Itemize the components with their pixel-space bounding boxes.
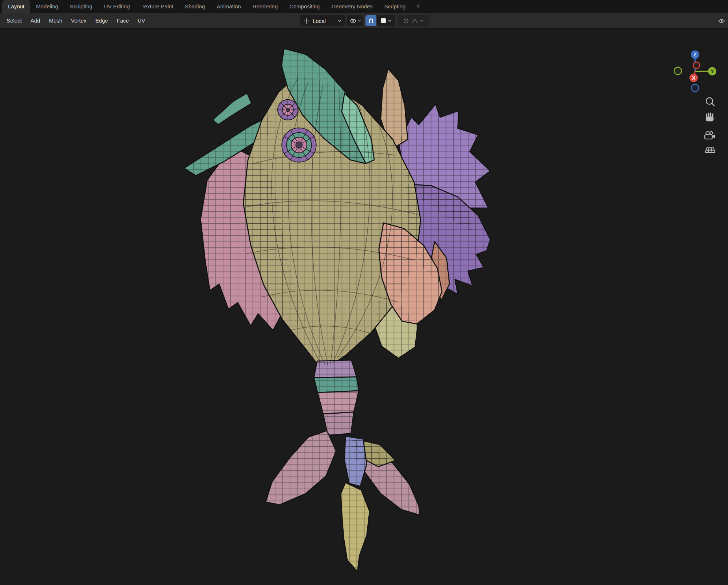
viewport-menus: Select Add Mesh Vertex Edge Face UV [2, 13, 150, 28]
zoom-icon [706, 98, 713, 104]
proportional-editing-controls[interactable] [397, 15, 430, 26]
chevron-down-icon [388, 20, 392, 22]
menu-vertex[interactable]: Vertex [67, 15, 91, 26]
snap-toggle-button[interactable] [365, 15, 376, 26]
toggle-ortho-button[interactable] [705, 148, 715, 152]
workspace-tab-modeling[interactable]: Modeling [30, 0, 64, 13]
header-options-button[interactable] [716, 16, 727, 25]
blender-window: { "topbar": { "tabs": [ {"label": "Layou… [0, 0, 728, 585]
camera-view-icon [706, 132, 709, 135]
zoom-button[interactable] [706, 98, 715, 106]
workspace-tab-animation[interactable]: Animation [211, 0, 247, 13]
small-eye-core [286, 108, 290, 112]
viewport-header: Select Add Mesh Vertex Edge Face UV Loca… [0, 13, 728, 29]
magnet-icon [368, 18, 374, 24]
menu-uv[interactable]: UV [133, 15, 150, 26]
axis-x-label: X [692, 75, 696, 81]
snap-target-dropdown[interactable] [377, 15, 395, 26]
model-fish[interactable] [184, 49, 490, 572]
snap-base-dropdown[interactable] [347, 15, 363, 26]
options-eye-icon [718, 19, 725, 23]
menu-select[interactable]: Select [2, 15, 26, 26]
workspace-tab-sculpting[interactable]: Sculpting [64, 0, 98, 13]
viewport-scene[interactable]: Z Y X [0, 29, 728, 585]
viewport-side-tools [705, 98, 715, 152]
menu-edge[interactable]: Edge [91, 15, 112, 26]
pan-button[interactable] [706, 112, 714, 121]
link-icon [350, 19, 356, 23]
workspace-tab-scripting[interactable]: Scripting [379, 0, 411, 13]
navigation-gizmo[interactable]: Z Y X [674, 51, 716, 92]
snapping-controls [365, 15, 395, 26]
workspace-tab-compositing[interactable]: Compositing [284, 0, 325, 13]
snap-target-swatch [381, 18, 386, 23]
axis-y-label: Y [711, 68, 714, 74]
axis-y-neg-ball[interactable] [674, 67, 681, 75]
proportional-circle-icon [403, 18, 409, 24]
camera-view-button[interactable] [705, 132, 715, 139]
chevron-down-icon [358, 20, 361, 22]
orientation-value: Local [313, 18, 338, 24]
viewport-3d[interactable]: Z Y X [0, 29, 728, 585]
chevron-down-icon [420, 20, 424, 22]
workspace-tab-rendering[interactable]: Rendering [247, 0, 284, 13]
workspace-tab-layout[interactable]: Layout [2, 0, 30, 13]
wireframe-overlay [184, 49, 490, 572]
orientation-icon [304, 18, 310, 24]
menu-face[interactable]: Face [112, 15, 133, 26]
workspace-tab-geometry-nodes[interactable]: Geometry Nodes [325, 0, 378, 13]
axis-z-neg-ball[interactable] [691, 84, 699, 92]
chevron-down-icon [338, 20, 341, 22]
transform-orientation-dropdown[interactable]: Local [300, 15, 345, 26]
workspace-tab-texture-paint[interactable]: Texture Paint [136, 0, 179, 13]
add-workspace-button[interactable]: + [411, 0, 425, 13]
workspace-tab-uv-editing[interactable]: UV Editing [98, 0, 136, 13]
axis-x-neg-ball[interactable] [693, 62, 700, 68]
menu-add[interactable]: Add [26, 15, 45, 26]
falloff-curve-icon [412, 19, 417, 23]
workspace-tabs-bar: Layout Modeling Sculpting UV Editing Tex… [0, 0, 728, 13]
big-eye-core [296, 142, 302, 148]
fish-small-horn[interactable] [213, 93, 252, 125]
axis-z-label: Z [693, 52, 697, 57]
workspace-tab-shading[interactable]: Shading [179, 0, 211, 13]
menu-mesh[interactable]: Mesh [44, 15, 67, 26]
